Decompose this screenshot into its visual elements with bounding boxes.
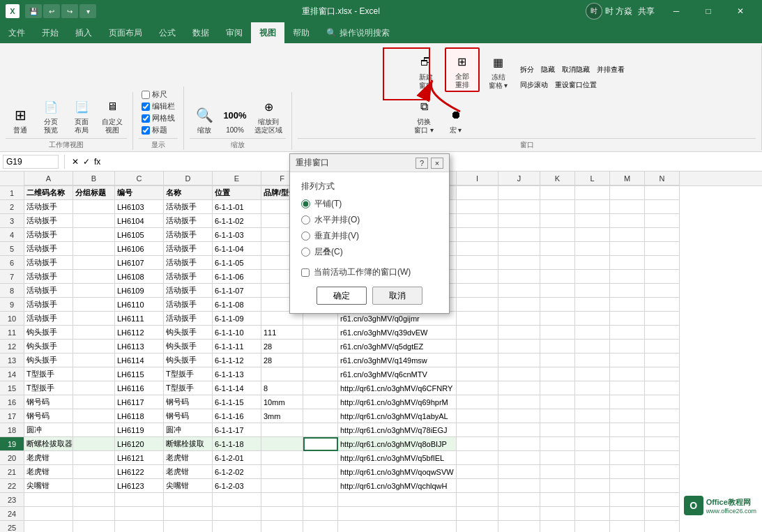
dialog-title-bar: 重排窗口 ? ×	[290, 154, 449, 172]
checkbox-active-label: 当前活动工作簿的窗口(W)	[314, 266, 411, 278]
dialog-overlay: 重排窗口 ? × 排列方式 平铺(T) 水平并排(O) 垂直并排(V)	[0, 0, 762, 532]
dialog-title: 重排窗口	[296, 157, 329, 169]
radio-cascade-input[interactable]	[301, 248, 310, 257]
dialog-radio-group: 平铺(T) 水平并排(O) 垂直并排(V) 层叠(C)	[301, 198, 438, 258]
dialog-controls: ? ×	[416, 158, 443, 169]
radio-tile-input[interactable]	[301, 199, 310, 208]
dialog-help-btn[interactable]: ?	[416, 158, 428, 169]
radio-cascade-label: 层叠(C)	[314, 246, 343, 258]
dialog-cancel-btn[interactable]: 取消	[372, 287, 422, 305]
radio-vertical[interactable]: 垂直并排(V)	[301, 230, 438, 242]
dialog-section-label: 排列方式	[301, 181, 438, 192]
radio-tile[interactable]: 平铺(T)	[301, 198, 438, 210]
radio-vertical-label: 垂直并排(V)	[314, 230, 359, 242]
radio-horizontal-input[interactable]	[301, 215, 310, 225]
dialog-body: 排列方式 平铺(T) 水平并排(O) 垂直并排(V) 层叠(C)	[290, 172, 449, 313]
dialog-ok-btn[interactable]: 确定	[317, 287, 367, 305]
arrange-windows-dialog: 重排窗口 ? × 排列方式 平铺(T) 水平并排(O) 垂直并排(V)	[289, 153, 450, 314]
dialog-checkbox-active[interactable]: 当前活动工作簿的窗口(W)	[301, 266, 438, 278]
radio-cascade[interactable]: 层叠(C)	[301, 246, 438, 258]
checkbox-active-input[interactable]	[301, 268, 310, 277]
dialog-buttons: 确定 取消	[301, 287, 438, 305]
radio-vertical-input[interactable]	[301, 231, 310, 241]
dialog-close-btn[interactable]: ×	[431, 158, 443, 169]
radio-horizontal-label: 水平并排(O)	[314, 214, 360, 226]
radio-tile-label: 平铺(T)	[314, 198, 342, 210]
radio-horizontal[interactable]: 水平并排(O)	[301, 214, 438, 226]
